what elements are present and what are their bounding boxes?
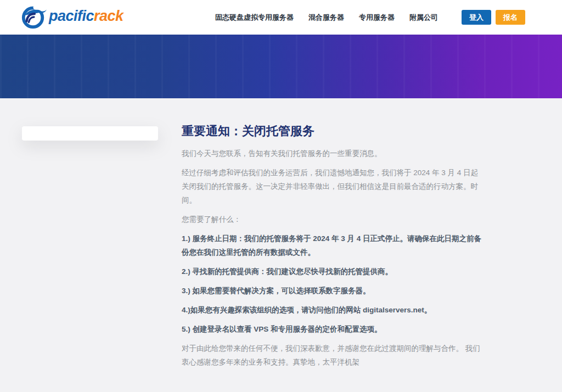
notice-closing: 对于由此给您带来的任何不便，我们深表歉意，并感谢您在此过渡期间的理解与合作。 我… [182, 341, 484, 369]
notice-what-to-know: 您需要了解什么： [182, 212, 484, 226]
sidebar-placeholder-card [22, 126, 158, 141]
brand-wordmark: pacificrack [49, 9, 123, 26]
login-button[interactable]: 登入 [462, 10, 491, 25]
notice-item-2: 2.) 寻找新的托管提供商：我们建议您尽快寻找新的托管提供商。 [182, 265, 484, 278]
page-title: 重要通知：关闭托管服务 [182, 124, 484, 139]
brand-logo[interactable]: pacificrack [20, 4, 123, 31]
notice-article: 重要通知：关闭托管服务 我们今天与您联系，告知有关我们托管服务的一些重要消息。 … [182, 124, 484, 374]
hero-banner [0, 35, 562, 98]
wave-swirl-logo-icon [20, 4, 47, 31]
notice-item-3: 3.) 如果您需要替代解决方案，可以选择联系数字服务器。 [182, 284, 484, 298]
nav-item-hybrid-servers[interactable]: 混合服务器 [308, 13, 344, 23]
notice-item-1: 1.) 服务终止日期：我们的托管服务将于 2024 年 3 月 4 日正式停止。… [182, 232, 484, 259]
site-header: pacificrack 固态硬盘虚拟专用服务器 混合服务器 专用服务器 附属公司… [0, 0, 562, 35]
page-content: 重要通知：关闭托管服务 我们今天与您联系，告知有关我们托管服务的一些重要消息。 … [0, 98, 562, 392]
nav-item-dedicated-servers[interactable]: 专用服务器 [359, 13, 395, 23]
main-nav: 固态硬盘虚拟专用服务器 混合服务器 专用服务器 附属公司 登入 报名 [215, 10, 525, 25]
nav-item-affiliates[interactable]: 附属公司 [409, 13, 438, 23]
notice-item-5: 5.) 创建登录名以查看 VPS 和专用服务器的定价和配置选项。 [182, 322, 484, 336]
notice-announcement: 经过仔细考虑和评估我们的业务运营后，我们遗憾地通知您，我们将于 2024 年 3… [182, 166, 484, 207]
notice-item-4: 4.)如果您有兴趣探索该组织的选项，请访问他们的网站 digitalserver… [182, 303, 484, 317]
notice-intro: 我们今天与您联系，告知有关我们托管服务的一些重要消息。 [182, 147, 484, 160]
nav-item-ssd-vps[interactable]: 固态硬盘虚拟专用服务器 [215, 13, 294, 23]
signup-button[interactable]: 报名 [496, 10, 525, 25]
nav-button-group: 登入 报名 [462, 10, 525, 25]
